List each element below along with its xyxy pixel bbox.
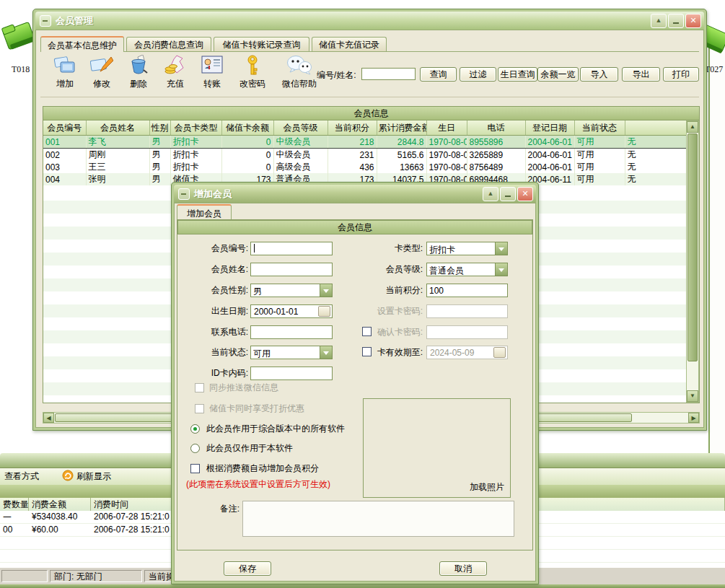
close-button[interactable]: ✕: [517, 187, 533, 201]
points-input[interactable]: [426, 284, 508, 297]
column-header[interactable]: 当前状态: [574, 120, 625, 136]
column-header[interactable]: 费数量: [0, 498, 29, 511]
confirm-password-checkbox[interactable]: [362, 327, 372, 336]
column-header[interactable]: 性别: [149, 120, 170, 136]
birth-date-field[interactable]: 2000-01-01: [250, 304, 333, 318]
column-header[interactable]: 电话: [467, 120, 525, 136]
scroll-left-button[interactable]: ◀: [43, 413, 54, 423]
scroll-up-button[interactable]: ▲: [687, 121, 698, 133]
photo-box[interactable]: 加载照片: [363, 398, 511, 498]
stored-discount-checkbox: [195, 404, 204, 413]
tab-recharge-records[interactable]: 储值卡充值记录: [312, 37, 387, 51]
balance-overview-button[interactable]: 余额一览: [537, 67, 579, 82]
table-cell: 001: [43, 136, 86, 149]
id-card-code-input[interactable]: [250, 367, 333, 380]
member-table: 会员编号 会员姓名 性别 会员卡类型 储值卡余额 会员等级 当前积分 累计消费金…: [43, 120, 687, 185]
calendar-button[interactable]: [318, 306, 330, 317]
column-header[interactable]: 储值卡余额: [221, 120, 273, 136]
add-icon: [53, 55, 76, 77]
column-header[interactable]: 会员姓名: [86, 120, 149, 136]
table-cell: 2004-06-01: [525, 149, 574, 162]
dialog-tabstrip: 增加会员: [177, 204, 533, 220]
main-titlebar[interactable]: 会员管理 ▲ ✕: [35, 12, 704, 30]
column-header[interactable]: 会员卡类型: [170, 120, 221, 136]
filter-button[interactable]: 过滤: [460, 67, 496, 82]
dialog-titlebar[interactable]: 增加会员 ▲ ✕: [174, 185, 536, 203]
phone-input[interactable]: [250, 325, 333, 339]
table-cell: 2004-06-01: [525, 136, 574, 149]
import-button[interactable]: 导入: [580, 67, 618, 82]
this-software-radio[interactable]: [190, 444, 200, 453]
cancel-button[interactable]: 取消: [439, 561, 487, 576]
column-header[interactable]: 当前积分: [328, 120, 377, 136]
load-photo-label[interactable]: 加载照片: [470, 481, 504, 493]
column-header[interactable]: 消费金额: [29, 498, 91, 511]
system-menu-icon[interactable]: [178, 188, 190, 200]
minimize-button[interactable]: [500, 187, 516, 201]
gender-label: 会员性别:: [188, 284, 248, 297]
vertical-scrollbar[interactable]: ▲ ▼: [686, 120, 699, 403]
minimize-button[interactable]: [668, 14, 684, 28]
maximize-button[interactable]: ▲: [483, 187, 498, 201]
table-cell: 0: [221, 136, 273, 149]
column-header[interactable]: 累计消费金额: [377, 120, 426, 136]
calendar-button[interactable]: [493, 347, 506, 358]
save-button[interactable]: 保存: [224, 561, 271, 576]
toolbar-recharge-button[interactable]: 充值: [158, 55, 193, 90]
column-header[interactable]: 会员等级: [273, 120, 328, 136]
search-label: 编号/姓名:: [317, 69, 356, 82]
remark-textarea[interactable]: [242, 501, 514, 537]
set-password-label: 设置卡密码:: [361, 304, 423, 318]
main-toolbar: 增加 修改 删除: [40, 52, 699, 97]
member-level-select[interactable]: 普通会员: [426, 263, 508, 276]
gender-select[interactable]: 男: [250, 284, 333, 297]
column-header[interactable]: 生日: [426, 120, 467, 136]
refresh-button[interactable]: 刷新显示: [62, 470, 111, 483]
column-header[interactable]: 登记日期: [525, 120, 574, 136]
recharge-icon: [164, 55, 187, 77]
column-header[interactable]: [625, 120, 686, 136]
chevron-down-icon[interactable]: [320, 284, 332, 297]
view-mode-button[interactable]: 查看方式: [4, 470, 39, 483]
table-row-selected[interactable]: 001 李飞 男 折扣卡 0 中级会员 218 2844.8 1970-08-0…: [43, 136, 686, 149]
toolbar-delete-button[interactable]: 删除: [121, 55, 156, 90]
birthday-query-button[interactable]: 生日查询: [498, 67, 537, 82]
scroll-down-button[interactable]: ▼: [687, 390, 698, 402]
tab-transfer-records[interactable]: 储值卡转账记录查询: [214, 37, 309, 51]
close-button[interactable]: ✕: [685, 14, 701, 28]
column-header[interactable]: 会员编号: [43, 120, 86, 136]
chevron-down-icon[interactable]: [320, 346, 332, 359]
dialog-section-title: 会员信息: [177, 220, 532, 234]
valid-until-checkbox[interactable]: [362, 347, 372, 356]
toolbar-transfer-button[interactable]: 转账: [195, 55, 229, 90]
vertical-scroll-thumb[interactable]: [687, 133, 698, 361]
table-cell: 折扣卡: [170, 136, 221, 149]
export-button[interactable]: 导出: [622, 67, 660, 82]
table-cell: ¥60.00: [29, 524, 91, 536]
table-header-row: 会员编号 会员姓名 性别 会员卡类型 储值卡余额 会员等级 当前积分 累计消费金…: [43, 120, 686, 136]
scroll-right-button[interactable]: ▶: [688, 413, 699, 423]
grid-section-title: 会员信息: [43, 106, 700, 120]
member-id-input[interactable]: [250, 242, 333, 255]
tab-member-maintain[interactable]: 会员基本信息维护: [40, 36, 124, 52]
table-row[interactable]: 003 王三 男 折扣卡 0 高级会员 436 13663 1970-08-0 …: [43, 161, 686, 173]
table-cell: 1970-08-0: [426, 161, 467, 173]
auto-points-checkbox[interactable]: [190, 464, 200, 473]
maximize-button[interactable]: ▲: [651, 14, 667, 28]
chevron-down-icon[interactable]: [495, 263, 507, 276]
query-button[interactable]: 查询: [420, 67, 457, 82]
search-input[interactable]: [361, 68, 416, 80]
all-software-radio[interactable]: [190, 424, 200, 434]
tab-consume-query[interactable]: 会员消费信息查询: [126, 37, 211, 51]
toolbar-add-button[interactable]: 增加: [48, 55, 82, 90]
card-type-select[interactable]: 折扣卡: [426, 242, 508, 255]
table-row[interactable]: 002 周刚 男 折扣卡 0 中级会员 231 5165.6 1970-08-0…: [43, 149, 686, 162]
system-menu-icon[interactable]: [40, 15, 51, 27]
print-button[interactable]: 打印: [663, 67, 699, 82]
member-name-input[interactable]: [250, 263, 333, 276]
toolbar-edit-button[interactable]: 修改: [84, 55, 119, 90]
chevron-down-icon[interactable]: [495, 242, 507, 255]
toolbar-password-button[interactable]: 改密码: [232, 55, 273, 90]
status-select[interactable]: 可用: [250, 346, 333, 359]
tab-add-member[interactable]: 增加会员: [177, 204, 232, 220]
